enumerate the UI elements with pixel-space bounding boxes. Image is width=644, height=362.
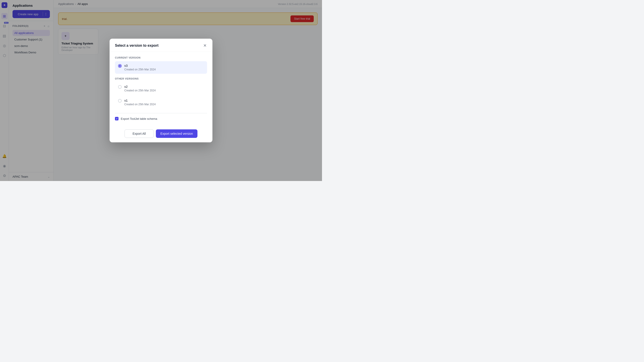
other-versions-section: Other Versions v2 Created on 25th Mar 20… [115,77,207,109]
other-versions-label: Other Versions [115,77,207,80]
version-v3-name: v3 [124,64,156,67]
export-all-button[interactable]: Export All [124,129,154,138]
export-selected-version-button[interactable]: Export selected version [156,129,198,138]
version-option-v3[interactable]: v3 Created on 25th Mar 2024 [115,61,207,74]
modal-header: Select a version to export ✕ [110,39,212,52]
version-v2-date: Created on 25th Mar 2024 [124,89,156,92]
modal-footer: Export All Export selected version [110,129,212,142]
modal-body: Current Version v3 Created on 25th Mar 2… [110,52,212,129]
version-option-v2[interactable]: v2 Created on 25th Mar 2024 [115,82,207,95]
version-v3-info: v3 Created on 25th Mar 2024 [124,64,156,71]
modal-title: Select a version to export [115,43,158,48]
checkbox-row: Export ToolJet table schema [115,117,207,120]
version-v1-name: v1 [124,99,156,102]
radio-v2[interactable] [118,85,122,89]
modal-close-button[interactable]: ✕ [203,43,207,48]
export-schema-checkbox[interactable] [115,117,118,120]
version-option-v1[interactable]: v1 Created on 25th Mar 2024 [115,96,207,109]
version-v1-date: Created on 25th Mar 2024 [124,103,156,106]
checkbox-label: Export ToolJet table schema [121,117,157,120]
version-v1-info: v1 Created on 25th Mar 2024 [124,99,156,106]
version-v3-date: Created on 25th Mar 2024 [124,68,156,71]
version-v2-info: v2 Created on 25th Mar 2024 [124,85,156,92]
export-version-modal: Select a version to export ✕ Current Ver… [110,39,212,142]
current-version-label: Current Version [115,56,207,59]
modal-overlay[interactable]: Select a version to export ✕ Current Ver… [0,0,322,181]
radio-v1[interactable] [118,99,122,103]
version-v2-name: v2 [124,85,156,88]
radio-v3[interactable] [118,64,122,68]
